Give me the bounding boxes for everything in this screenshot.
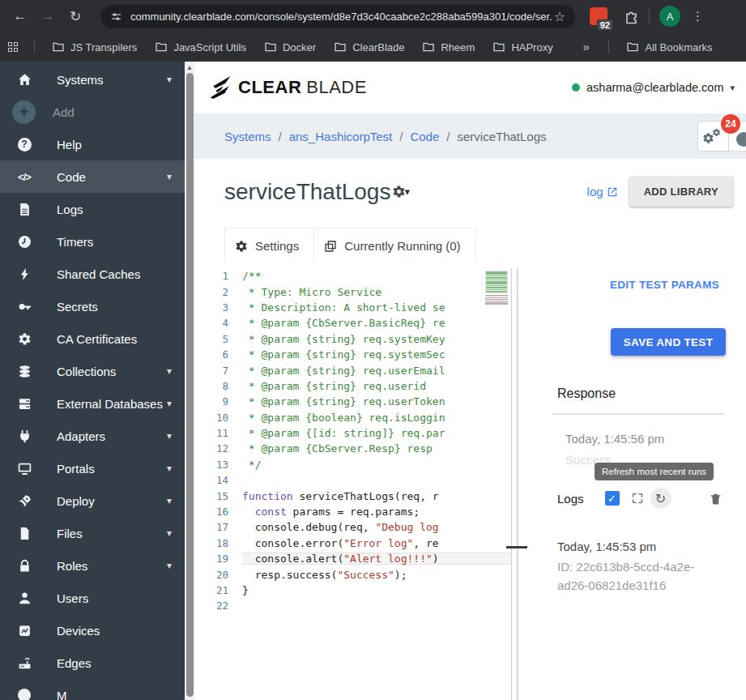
delete-runs-button[interactable] [709, 492, 723, 506]
code-line[interactable]: 8 * @param {string} req.userid [194, 378, 518, 394]
breadcrumb-system-name[interactable]: ans_HashicorpTest [289, 130, 393, 143]
line-number: 9 [194, 395, 242, 408]
browser-menu-icon[interactable]: ⋮ [692, 9, 704, 23]
sidebar-item-help[interactable]: ?Help [0, 128, 185, 160]
bookmark-folder[interactable]: Docker [264, 41, 316, 53]
code-line[interactable]: 1/** [194, 268, 518, 284]
external-link-icon [607, 186, 618, 198]
sidebar-scrollbar[interactable]: ▲ [185, 62, 194, 700]
code-line[interactable]: 21} [194, 583, 518, 598]
sidebar-item-files[interactable]: Files▾ [0, 517, 185, 549]
bookmark-folder[interactable]: HAProxy [492, 41, 552, 53]
extensions-icon[interactable] [624, 9, 639, 24]
code-line[interactable]: 11 * @param {[id: string]} req.par [194, 425, 518, 441]
code-line[interactable]: 17 console.debug(req, "Debug log [194, 519, 518, 535]
code-line[interactable]: 12 * @param {CbServer.Resp} resp [194, 441, 518, 456]
expand-logs-button[interactable] [631, 492, 644, 505]
code-line[interactable]: 2 * Type: Micro Service [194, 284, 518, 299]
code-line[interactable]: 7 * @param {string} req.userEmail [194, 362, 518, 378]
sidebar-item-deploy[interactable]: Deploy▾ [0, 484, 185, 517]
breadcrumb-systems[interactable]: Systems [224, 130, 271, 143]
sidebar-item-systems[interactable]: Systems▾ [0, 63, 185, 96]
code-line[interactable]: 5 * @param {string} req.systemKey [194, 331, 518, 347]
sidebar-item-secrets[interactable]: Secrets [0, 290, 185, 322]
sidebar-item-timers[interactable]: Timers [0, 225, 185, 258]
code-line[interactable]: 20 resp.success("Success"); [194, 566, 518, 582]
editor-scrollbar[interactable] [511, 268, 518, 700]
sidebar-item-label: Logs [57, 203, 83, 216]
bookmark-folder[interactable]: JavaScript Utils [155, 41, 246, 53]
code-line[interactable]: 18 console.error("Error log", re [194, 536, 518, 551]
code-line[interactable]: 16 const params = req.params; [194, 504, 518, 519]
logs-checkbox[interactable]: ✓ [605, 491, 620, 506]
line-text: * @param {string} req.systemSec [242, 348, 518, 361]
sidebar-item-label: Adapters [57, 429, 105, 443]
sidebar-item-external-databases[interactable]: External Databases▾ [0, 387, 185, 420]
code-line[interactable]: 19 console.alert("Alert log!!!") [194, 551, 518, 566]
shared-caches-icon [16, 266, 32, 282]
sidebar-item-shared-caches[interactable]: Shared Caches [0, 258, 185, 290]
profile-avatar[interactable]: A [659, 6, 680, 27]
sidebar-item-users[interactable]: Users [0, 582, 185, 614]
refresh-button[interactable]: ↻ [62, 8, 89, 25]
apps-grid-icon[interactable] [8, 42, 18, 52]
site-settings-icon[interactable] [110, 11, 122, 23]
code-editor[interactable]: 1/**2 * Type: Micro Service3 * Descripti… [194, 268, 518, 700]
breadcrumb-code[interactable]: Code [410, 130, 439, 143]
code-line[interactable]: 9 * @param {string} req.userToken [194, 394, 518, 409]
line-number: 10 [194, 412, 242, 424]
sidebar-item-edges[interactable]: Edges [0, 647, 185, 679]
tab-settings[interactable]: Settings [224, 228, 313, 262]
add-library-button[interactable]: ADD LIBRARY [629, 177, 733, 207]
code-line[interactable]: 13 */ [194, 457, 518, 472]
all-bookmarks-button[interactable]: All Bookmarks [626, 41, 712, 53]
chevron-down-icon: ▾ [167, 560, 172, 571]
edit-test-params-button[interactable]: EDIT TEST PARAMS [518, 268, 746, 291]
sidebar-item-portals[interactable]: Portals▾ [0, 452, 185, 484]
sidebar-item-code[interactable]: </>Code▾ [0, 160, 185, 193]
code-line[interactable]: 14 [194, 472, 518, 488]
scroll-up-arrow-icon[interactable]: ▲ [186, 64, 193, 71]
user-menu[interactable]: asharma@clearblade.com ▾ [572, 81, 735, 94]
refresh-runs-button[interactable]: ↻ [650, 488, 671, 509]
code-line[interactable]: 6 * @param {string} req.systemSec [194, 347, 518, 362]
sidebar-item-ca-certificates[interactable]: CA Certificates [0, 322, 185, 355]
panel-resize-handle[interactable] [506, 546, 527, 548]
bookmarks-overflow-chevron[interactable]: » [583, 41, 590, 53]
sidebar-item-add[interactable]: +Add [0, 96, 185, 128]
line-number: 17 [194, 521, 242, 533]
sidebar-item-devices[interactable]: Devices [0, 614, 185, 647]
bookmark-folder[interactable]: ClearBlade [334, 41, 404, 53]
bookmark-folder[interactable]: Rheem [422, 41, 475, 53]
bookmark-folder[interactable]: JS Transpilers [52, 41, 137, 53]
sidebar-item-m[interactable]: M [0, 679, 185, 700]
log-link[interactable]: log [587, 185, 618, 198]
code-line[interactable]: 15function serviceThatLogs(req, r [194, 488, 518, 503]
service-settings-menu[interactable]: ▾ [392, 185, 410, 198]
url-bar[interactable]: community.clearblade.com/console/system/… [100, 5, 575, 28]
code-line[interactable]: 22 [194, 598, 518, 613]
sidebar-item-roles[interactable]: Roles▾ [0, 549, 185, 582]
refresh-tooltip: Refresh most recent runs [595, 463, 714, 480]
adblock-extension-icon[interactable]: 92 [590, 7, 607, 25]
edges-icon [16, 655, 32, 671]
back-button[interactable]: ← [6, 8, 34, 24]
forward-button[interactable]: → [34, 8, 62, 24]
line-text: } [242, 584, 518, 596]
code-line[interactable]: 10 * @param {boolean} req.isLoggin [194, 410, 518, 425]
sidebar-item-logs[interactable]: Logs [0, 193, 185, 225]
line-text: const params = req.params; [242, 506, 518, 518]
workarea: 1/**2 * Type: Micro Service3 * Descripti… [194, 268, 746, 700]
code-line[interactable]: 4 * @param {CbServer.BasicReq} re [194, 315, 518, 331]
notifications-button[interactable]: 24 [728, 121, 746, 152]
scrollbar-thumb[interactable] [186, 73, 194, 697]
chevron-down-icon: ▾ [730, 83, 735, 93]
line-number: 21 [194, 584, 242, 596]
sidebar-item-label: Portals [57, 462, 95, 476]
tab-currently-running[interactable]: Currently Running (0) [313, 228, 475, 262]
sidebar-item-adapters[interactable]: Adapters▾ [0, 420, 185, 452]
sidebar-item-collections[interactable]: Collections▾ [0, 355, 185, 387]
bookmark-star-icon[interactable]: ☆ [552, 9, 567, 24]
code-line[interactable]: 3 * Description: A short-lived se [194, 300, 518, 315]
save-and-test-button[interactable]: SAVE AND TEST [611, 328, 726, 356]
